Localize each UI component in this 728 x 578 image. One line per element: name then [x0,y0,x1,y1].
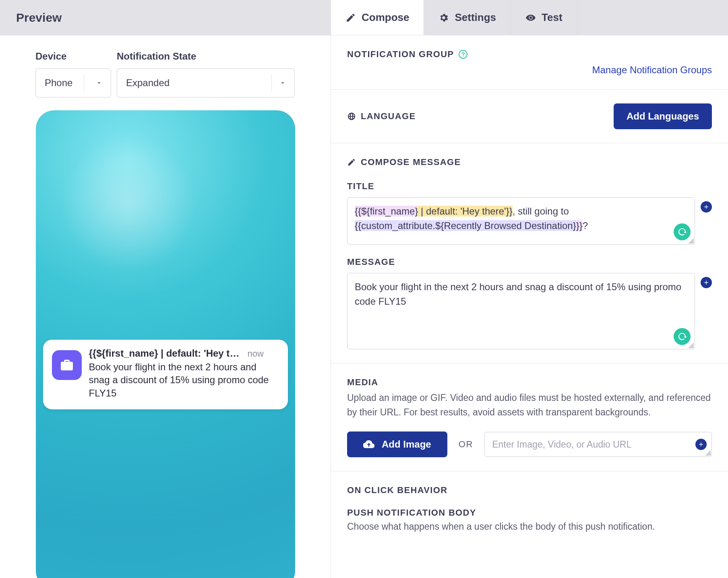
section-media: MEDIA Upload an image or GIF. Video and … [331,363,728,471]
resize-handle[interactable] [688,238,694,244]
notification-body: Book your flight in the next 2 hours and… [89,361,279,400]
media-url-input[interactable] [492,439,704,450]
cloud-upload-icon [363,439,374,450]
eye-icon [525,12,536,23]
state-select-value: Expanded [126,77,264,89]
on-click-title: ON CLICK BEHAVIOR [347,485,447,495]
media-url-input-wrap [484,432,712,457]
editor-panel: Compose Settings Test NOTIFICATION GROUP… [331,0,728,578]
phone-mockup: {{${first_name} | default: 'Hey there...… [36,110,295,578]
chevron-down-icon [94,79,104,87]
notification-card: {{${first_name} | default: 'Hey there...… [43,340,288,409]
resize-handle[interactable] [688,343,694,348]
add-message-icon[interactable] [701,277,712,288]
device-select[interactable]: Phone [35,68,111,97]
preview-header: Preview [0,0,331,35]
suitcase-icon [59,357,75,373]
message-label: MESSAGE [347,257,712,267]
gear-icon [438,12,449,23]
title-input[interactable]: {{${first_name} | default: 'Hey there'}}… [347,197,695,245]
message-input[interactable]: Book your flight in the next 2 hours and… [347,273,695,349]
device-select-value: Phone [45,77,72,89]
state-select[interactable]: Expanded [117,68,295,97]
preview-title: Preview [16,11,62,25]
preview-panel: Preview Device Phone Notification State [0,0,331,578]
manage-notification-groups-link[interactable]: Manage Notification Groups [592,64,712,75]
add-image-button[interactable]: Add Image [347,431,447,457]
section-notification-group: NOTIFICATION GROUP ? Manage Notification… [331,35,728,90]
pencil-icon [345,12,356,23]
section-language: LANGUAGE Add Languages [331,90,728,143]
media-description: Upload an image or GIF. Video and audio … [347,391,712,419]
or-divider: OR [459,439,474,450]
push-body-description: Choose what happens when a user clicks t… [347,521,712,532]
tabs: Compose Settings Test [331,0,728,35]
tab-settings[interactable]: Settings [424,0,511,35]
tab-compose[interactable]: Compose [331,0,424,35]
add-languages-button[interactable]: Add Languages [614,103,712,129]
notification-title: {{${first_name} | default: 'Hey there... [89,348,242,359]
push-body-title: PUSH NOTIFICATION BODY [347,508,476,518]
notification-time: now [248,349,264,359]
section-compose: COMPOSE MESSAGE TITLE {{${first_name} | … [331,143,728,363]
media-title: MEDIA [347,377,378,387]
globe-icon [347,112,356,121]
device-label: Device [35,51,111,62]
notification-group-title: NOTIFICATION GROUP [347,49,454,60]
section-on-click: ON CLICK BEHAVIOR PUSH NOTIFICATION BODY… [331,471,728,546]
language-title: LANGUAGE [361,111,416,122]
tab-test[interactable]: Test [511,0,577,35]
add-media-url-icon[interactable] [695,439,707,450]
state-label: Notification State [117,51,295,62]
add-title-icon[interactable] [701,201,712,213]
compose-icon [347,158,356,167]
app-icon [52,350,82,380]
chevron-down-icon [277,79,288,87]
compose-message-title: COMPOSE MESSAGE [361,157,461,167]
title-label: TITLE [347,181,712,192]
help-icon[interactable]: ? [459,50,467,59]
resize-handle[interactable] [705,450,711,456]
